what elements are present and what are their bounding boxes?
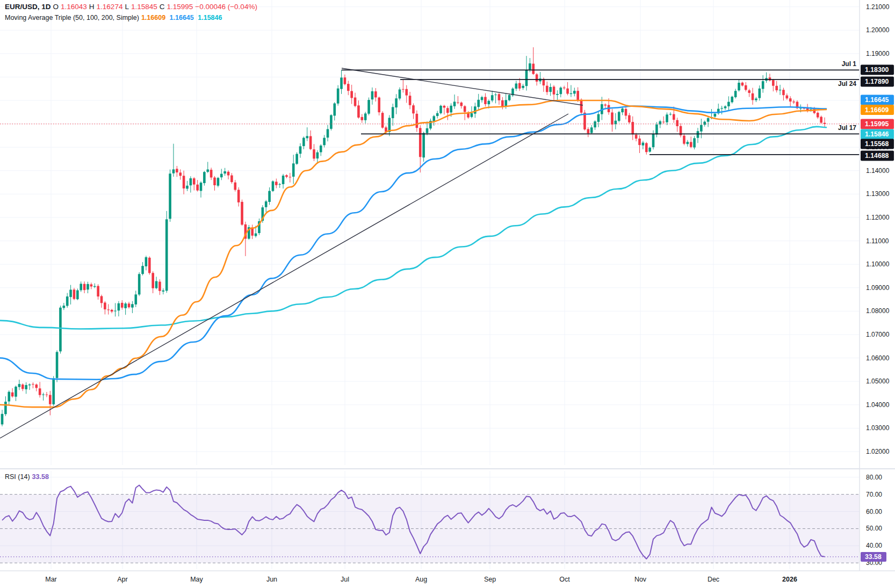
svg-text:1.09000: 1.09000 — [866, 284, 890, 292]
rsi-band-layer — [0, 495, 860, 563]
symbol-title[interactable]: EUR/USD, 1D — [5, 3, 51, 11]
moving-averages-layer — [0, 100, 826, 407]
svg-text:Jul 24: Jul 24 — [838, 80, 856, 88]
svg-text:1.02000: 1.02000 — [866, 448, 890, 455]
svg-text:Sep: Sep — [484, 576, 496, 583]
svg-text:60.00: 60.00 — [866, 508, 882, 516]
svg-text:33.58: 33.58 — [865, 553, 882, 561]
svg-text:Jul: Jul — [341, 576, 349, 583]
time-axis[interactable]: MarAprMayJunJulAugSepOctNovDec2026 — [45, 576, 797, 583]
svg-text:1.13000: 1.13000 — [866, 190, 890, 198]
svg-text:40.00: 40.00 — [866, 542, 882, 549]
svg-text:1.21000: 1.21000 — [866, 3, 890, 11]
open-value: 1.16043 — [61, 3, 87, 11]
svg-text:1.16645: 1.16645 — [865, 96, 889, 104]
rsi-value: 33.58 — [32, 473, 49, 481]
svg-text:2026: 2026 — [782, 576, 797, 583]
svg-text:80.00: 80.00 — [866, 474, 882, 481]
high-key: H — [89, 3, 95, 11]
candles-layer — [1, 47, 826, 426]
svg-text:Apr: Apr — [117, 576, 127, 583]
ma-indicator-title[interactable]: Moving Average Triple (50, 100, 200, Sim… — [5, 14, 139, 21]
rsi-indicator-title[interactable]: RSI (14) — [5, 473, 30, 481]
svg-text:1.07000: 1.07000 — [866, 331, 890, 338]
svg-text:1.12000: 1.12000 — [866, 214, 890, 221]
svg-text:May: May — [190, 576, 203, 583]
svg-text:1.14688: 1.14688 — [865, 152, 889, 159]
svg-text:Dec: Dec — [708, 576, 719, 583]
svg-text:Jul 1: Jul 1 — [842, 60, 857, 68]
chart-canvas[interactable]: 1.210001.200001.190001.150001.140001.130… — [0, 0, 895, 588]
svg-text:70.00: 70.00 — [866, 491, 882, 498]
svg-text:1.15846: 1.15846 — [865, 130, 889, 138]
svg-text:1.11000: 1.11000 — [866, 237, 889, 245]
svg-text:1.15568: 1.15568 — [865, 140, 889, 148]
low-value: 1.15845 — [131, 3, 157, 11]
svg-text:1.19000: 1.19000 — [866, 50, 890, 57]
low-key: L — [125, 3, 129, 11]
svg-text:1.05000: 1.05000 — [866, 378, 890, 385]
grid-layer — [0, 0, 860, 569]
svg-text:1.06000: 1.06000 — [866, 354, 890, 362]
svg-text:1.14000: 1.14000 — [866, 167, 890, 175]
svg-text:Oct: Oct — [559, 576, 570, 583]
svg-text:Mar: Mar — [45, 576, 57, 583]
svg-text:1.17890: 1.17890 — [865, 78, 889, 85]
pane-separators[interactable] — [0, 0, 895, 571]
svg-text:1.08000: 1.08000 — [866, 307, 890, 315]
svg-text:Nov: Nov — [634, 576, 647, 583]
svg-text:1.16609: 1.16609 — [865, 106, 889, 114]
level-date-labels: Jul 1Jul 24Jul 17 — [838, 60, 856, 132]
svg-text:Aug: Aug — [415, 576, 427, 583]
rsi-indicator-legend[interactable]: RSI (14)33.58 — [5, 473, 51, 481]
ma200-value: 1.15846 — [198, 14, 222, 21]
close-value: 1.15995 — [167, 3, 193, 11]
ma100-value: 1.16645 — [170, 14, 194, 21]
svg-text:Jul 17: Jul 17 — [838, 124, 856, 132]
high-value: 1.16274 — [97, 3, 123, 11]
symbol-legend[interactable]: EUR/USD, 1DO1.16043H1.16274L1.15845C1.15… — [5, 3, 259, 11]
change-value: −0.00046 (−0.04%) — [195, 3, 257, 11]
svg-text:50.00: 50.00 — [866, 525, 882, 532]
ma50-value: 1.16609 — [141, 14, 165, 21]
svg-text:1.15995: 1.15995 — [865, 120, 889, 128]
svg-text:1.18300: 1.18300 — [865, 66, 889, 74]
close-key: C — [160, 3, 165, 11]
svg-text:Jun: Jun — [266, 576, 277, 583]
svg-text:1.04000: 1.04000 — [866, 401, 890, 409]
open-key: O — [53, 3, 59, 11]
svg-text:1.20000: 1.20000 — [866, 26, 890, 34]
svg-text:1.10000: 1.10000 — [866, 260, 890, 268]
svg-text:1.03000: 1.03000 — [866, 424, 890, 432]
chart-root: 1.210001.200001.190001.150001.140001.130… — [0, 0, 895, 588]
ma-indicator-legend[interactable]: Moving Average Triple (50, 100, 200, Sim… — [5, 14, 224, 21]
